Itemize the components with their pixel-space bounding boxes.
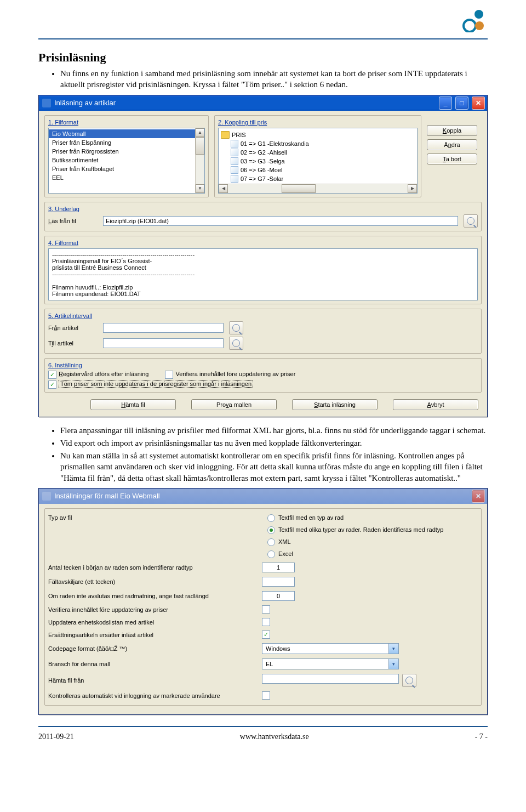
list-item[interactable]: Priser från Rörgrossisten	[49, 147, 204, 156]
lookup-button[interactable]	[229, 337, 243, 350]
svg-point-2	[475, 21, 484, 30]
sec2-label[interactable]: 2. Koppling till pris	[218, 119, 267, 126]
doc-icon	[231, 166, 238, 174]
dialog-installningar: Inställningar för mall Eio Webmall ✕ Typ…	[38, 488, 488, 715]
section-heading: Prisinläsning	[38, 50, 488, 65]
combo[interactable]: Windows▾	[262, 643, 399, 654]
checkbox[interactable]	[262, 691, 270, 700]
chevron-down-icon: ▾	[388, 644, 398, 654]
tree-item[interactable]: 01 => G1 -Elektroskandia	[241, 140, 309, 147]
tree-item[interactable]: 06 => G6 -Moel	[241, 167, 282, 173]
settings-row: Antal tecken i början av raden som inden…	[48, 560, 478, 575]
read-from-file-input[interactable]	[103, 216, 458, 226]
sec5-label[interactable]: 5. Artikelintervall	[48, 313, 92, 319]
bullet-item: Nu kan man ställa in så att systemet aut…	[60, 450, 488, 484]
minimize-button[interactable]: _	[439, 96, 452, 110]
settings-input[interactable]	[262, 674, 399, 684]
settings-label: Kontrolleras automatiskt vid inloggning …	[48, 692, 256, 699]
settings-label: Om raden inte avslutas med radmatning, a…	[48, 593, 256, 599]
settings-row: Hämta fil från	[48, 672, 478, 689]
typ-av-fil-label: Typ av fil	[48, 512, 256, 560]
settings-label: Hämta fil från	[48, 677, 256, 684]
dialog-titlebar[interactable]: Inläsning av artiklar _ □ ✕	[39, 95, 487, 111]
radio-text-multi[interactable]	[267, 526, 275, 534]
filformat-preview[interactable]: ----------------------------------------…	[48, 248, 478, 300]
scrollbar[interactable]: ▲▼	[195, 128, 204, 193]
radio-text-single[interactable]	[267, 514, 275, 522]
search-icon	[467, 217, 474, 225]
checkbox[interactable]: ✓	[262, 631, 270, 639]
settings-label: Ersättningsartikeln ersätter inläst arti…	[48, 632, 256, 638]
hamta-fil-button[interactable]: Hämta fil	[90, 399, 176, 410]
footer-date: 2011-09-21	[38, 732, 74, 741]
settings-row: Verifiera innehållet före uppdatering av…	[48, 603, 478, 616]
tree-root[interactable]: PRIS	[232, 132, 246, 138]
settings-input[interactable]	[262, 563, 295, 572]
sec3-label[interactable]: 3. Underlag	[48, 206, 79, 212]
checkbox[interactable]	[262, 618, 270, 626]
to-article-label: Till artikel	[48, 340, 98, 347]
bullet-item: Flera anpassningar till inläsning av pri…	[60, 425, 488, 436]
settings-row: Fältavskiljare (ett tecken)	[48, 575, 478, 589]
andra-button[interactable]: ÄndraÄndra	[427, 139, 477, 150]
cb-verifiera[interactable]: Verifiera innehållet före uppdatering av…	[165, 371, 295, 379]
dialog-titlebar[interactable]: Inställningar för mall Eio Webmall ✕	[39, 489, 487, 504]
list-item[interactable]: EEL	[49, 173, 204, 182]
list-item[interactable]: Priser från Elspänning	[49, 138, 204, 147]
scrollbar[interactable]: ◀▶	[219, 184, 417, 193]
brand-logo	[462, 8, 485, 35]
tree-item[interactable]: 07 => G7 -Solar	[241, 175, 283, 182]
settings-row: Bransch för denna mallEL▾	[48, 656, 478, 672]
radio-excel[interactable]	[267, 550, 275, 558]
list-item[interactable]: Butikssortimentet	[49, 156, 204, 164]
tree-item[interactable]: 03 => G3 -Selga	[241, 158, 285, 164]
settings-input[interactable]	[262, 577, 295, 587]
settings-label: Codepage format (åäö/□Ž ™)	[48, 645, 256, 652]
dialog-title: Inläsning av artiklar	[54, 99, 116, 107]
chevron-down-icon: ▾	[388, 659, 398, 669]
radio-xml[interactable]	[267, 538, 275, 546]
settings-row: Kontrolleras automatiskt vid inloggning …	[48, 689, 478, 702]
filformat-list[interactable]: Eio Webmall Priser från Elspänning Prise…	[48, 128, 205, 194]
avbryt-button[interactable]: Avbryt	[393, 399, 478, 410]
close-button[interactable]: ✕	[472, 490, 485, 503]
search-icon	[405, 677, 413, 684]
doc-icon	[231, 140, 238, 147]
folder-icon	[221, 131, 230, 139]
lookup-button[interactable]	[229, 321, 243, 334]
settings-input[interactable]	[262, 591, 295, 601]
cb-tom-priser[interactable]: ✓Töm priser som inte uppdateras i de pri…	[48, 381, 253, 387]
doc-icon	[231, 149, 238, 156]
from-article-input[interactable]	[103, 323, 224, 333]
cb-registervard[interactable]: ✓Registervård utförs efter inläsning	[48, 371, 148, 379]
sec1-label[interactable]: 1. Filformat	[48, 119, 78, 126]
sec6-label[interactable]: 6. Inställning	[48, 362, 82, 368]
sec4-label[interactable]: 4. Filformat	[48, 240, 78, 246]
bullet-item: Vid export och import av prisinläsningsm…	[60, 438, 488, 448]
search-icon	[232, 339, 240, 347]
close-button[interactable]: ✕	[472, 96, 485, 110]
settings-row: Uppdatera enhetskodslistan med artikel	[48, 616, 478, 628]
settings-row: Ersättningsartikeln ersätter inläst arti…	[48, 628, 478, 641]
list-item[interactable]: Priser från Kraftbolaget	[49, 164, 204, 173]
list-item[interactable]: Eio Webmall	[49, 129, 204, 138]
starta-inlasning-button[interactable]: Starta inläsning	[292, 399, 378, 410]
checkbox[interactable]	[262, 605, 270, 614]
browse-button[interactable]	[464, 214, 478, 228]
koppla-button[interactable]: KKopplaoppla	[427, 125, 477, 136]
prova-mallen-button[interactable]: Prova mallen	[191, 399, 277, 410]
tabort-button[interactable]: Ta bortTa bort	[427, 154, 477, 164]
to-article-input[interactable]	[103, 338, 224, 348]
app-icon	[42, 99, 51, 107]
pris-tree[interactable]: PRIS 01 => G1 -Elektroskandia 02 => G2 -…	[218, 128, 418, 194]
combo[interactable]: EL▾	[262, 658, 399, 669]
maximize-button[interactable]: □	[455, 96, 468, 110]
from-article-label: Från artikel	[48, 325, 98, 331]
top-rule	[38, 38, 488, 39]
tree-item[interactable]: 02 => G2 -Ahlsell	[241, 149, 287, 156]
settings-label: Uppdatera enhetskodslistan med artikel	[48, 619, 256, 626]
settings-row: Om raden inte avslutas med radmatning, a…	[48, 589, 478, 603]
lookup-button[interactable]	[402, 674, 416, 687]
svg-point-0	[474, 10, 483, 19]
footer-url: www.hantverksdata.se	[240, 732, 309, 741]
